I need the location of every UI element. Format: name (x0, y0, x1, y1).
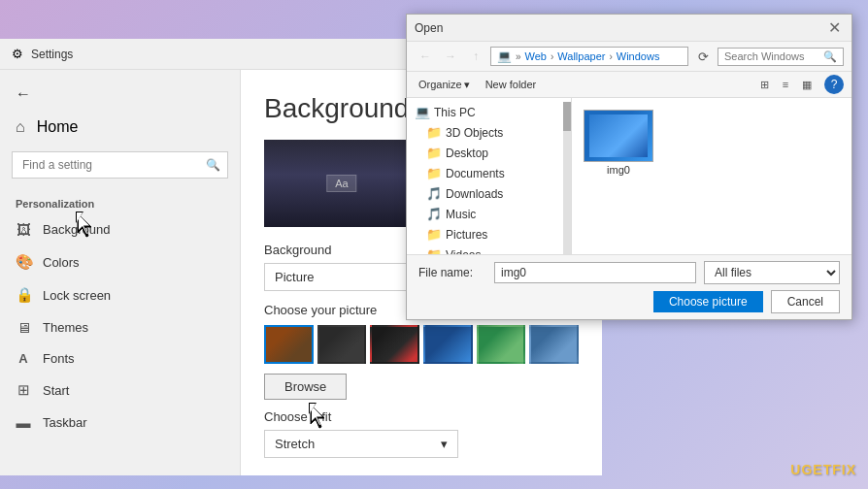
address-bar[interactable]: 💻 » Web › Wallpaper › Windows (490, 47, 688, 66)
colors-icon: 🎨 (16, 253, 31, 271)
back-arrow-icon: ← (16, 85, 31, 103)
picture-grid (264, 325, 579, 364)
sidebar-home-item[interactable]: ⌂ Home (0, 111, 240, 144)
filename-label: File name: (418, 266, 486, 279)
folder-icon: 🎵 (426, 186, 442, 201)
fit-dropdown[interactable]: Stretch ▾ (264, 430, 458, 458)
address-sep-1: » (516, 51, 521, 62)
music-icon: 🎵 (426, 207, 442, 221)
refresh-button[interactable]: ⟳ (692, 46, 714, 67)
sidebar-item-themes[interactable]: 🖥 Themes (0, 311, 240, 343)
folder-icon: 📁 (426, 166, 442, 180)
open-dialog: Open ✕ ← → ↑ 💻 » Web › Wallpaper › Windo… (406, 14, 852, 320)
sidebar-item-taskbar[interactable]: ▬ Taskbar (0, 407, 240, 439)
sidebar-item-lock-screen[interactable]: 🔒 Lock screen (0, 278, 240, 311)
background-icon: 🖼 (16, 221, 31, 238)
sidebar-item-label: Lock screen (43, 288, 111, 303)
dialog-search-input[interactable] (724, 50, 812, 62)
help-button[interactable]: ? (824, 75, 844, 94)
address-windows[interactable]: Windows (617, 50, 660, 62)
browse-button[interactable]: Browse (264, 374, 347, 400)
dialog-body: 💻 This PC 📁 3D Objects 📁 Desktop 📁 Docum… (407, 98, 851, 254)
picture-thumb-1[interactable] (264, 325, 314, 364)
sidebar-section-label: Personalization (0, 186, 240, 213)
watermark-highlight: ET (813, 462, 832, 477)
nav-up-button[interactable]: ↑ (465, 46, 486, 67)
tree-item-documents[interactable]: 📁 Documents (407, 163, 563, 183)
tree-item-3d-objects[interactable]: 📁 3D Objects (407, 122, 563, 143)
picture-thumb-3[interactable] (370, 325, 419, 364)
address-web[interactable]: Web (525, 50, 547, 62)
sidebar-item-label: Background (43, 222, 110, 237)
folder-icon: 📁 (426, 125, 442, 140)
sidebar-item-label: Themes (43, 320, 88, 335)
fit-dropdown-arrow-icon: ▾ (441, 437, 448, 451)
organize-button[interactable]: Organize ▾ (415, 77, 474, 93)
search-icon: 🔍 (206, 158, 220, 172)
choose-picture-button[interactable]: Choose picture (653, 291, 763, 312)
dialog-search-icon: 🔍 (823, 50, 837, 63)
view-btn-3[interactable]: ▦ (797, 75, 817, 94)
picture-thumb-2[interactable] (317, 325, 367, 364)
tree-item-label: Downloads (446, 187, 503, 201)
lock-icon: 🔒 (16, 286, 31, 304)
watermark: UGETFIX (790, 462, 856, 477)
view-buttons: ⊞ ≡ ▦ (754, 75, 817, 94)
view-btn-1[interactable]: ⊞ (754, 75, 774, 94)
address-icon: 💻 (497, 49, 512, 63)
dialog-secondary-toolbar: Organize ▾ New folder ⊞ ≡ ▦ ? (407, 72, 851, 98)
sidebar-item-colors[interactable]: 🎨 Colors (0, 245, 240, 278)
background-value: Picture (275, 270, 314, 284)
tree-item-videos[interactable]: 📁 Videos (407, 244, 563, 254)
start-icon: ⊞ (16, 381, 31, 399)
tree-item-desktop[interactable]: 📁 Desktop (407, 143, 563, 163)
tree-item-downloads[interactable]: 🎵 Downloads (407, 183, 563, 204)
tree-item-pc[interactable]: 💻 This PC (407, 102, 563, 122)
search-input[interactable] (12, 151, 228, 179)
filename-input[interactable] (494, 262, 696, 283)
file-thumb-inner (589, 114, 648, 157)
fit-label: Choose a fit (264, 409, 579, 424)
sidebar-item-background[interactable]: 🖼 Background (0, 213, 240, 245)
dialog-close-button[interactable]: ✕ (824, 18, 844, 38)
sidebar-item-fonts[interactable]: A Fonts (0, 343, 240, 374)
sidebar-item-start[interactable]: ⊞ Start (0, 374, 240, 407)
settings-window-icon: ⚙ (12, 47, 23, 61)
dialog-toolbar: ← → ↑ 💻 » Web › Wallpaper › Windows ⟳ 🔍 (407, 42, 851, 72)
tree-item-label: Music (446, 208, 476, 221)
tree-item-label: 3D Objects (446, 126, 503, 140)
file-item-img0[interactable]: img0 (580, 106, 657, 179)
cancel-button[interactable]: Cancel (771, 290, 840, 313)
tree-item-music[interactable]: 🎵 Music (407, 204, 563, 224)
filetype-select[interactable]: All files (704, 261, 840, 284)
taskbar-icon: ▬ (16, 414, 31, 431)
themes-icon: 🖥 (16, 319, 31, 336)
view-btn-2[interactable]: ≡ (776, 75, 795, 94)
new-folder-button[interactable]: New folder (482, 77, 541, 92)
tree-scrollbar[interactable] (563, 102, 571, 254)
address-wallpaper[interactable]: Wallpaper (557, 50, 605, 62)
sidebar-item-label: Start (43, 383, 69, 398)
sidebar-item-label: Colors (43, 255, 80, 270)
back-button[interactable]: ← (0, 78, 240, 111)
file-label: img0 (607, 164, 630, 176)
picture-thumb-5[interactable] (477, 325, 526, 364)
tree-item-label: Pictures (446, 228, 487, 242)
file-panel: img0 (572, 98, 851, 254)
home-label: Home (37, 118, 79, 136)
nav-back-button[interactable]: ← (415, 46, 436, 67)
tree-item-pictures[interactable]: 📁 Pictures (407, 224, 563, 244)
nav-forward-button[interactable]: → (440, 46, 461, 67)
folder-icon: 📁 (426, 247, 442, 254)
address-sep-3: › (609, 51, 612, 62)
picture-thumb-6[interactable] (529, 325, 579, 364)
dialog-title: Open (415, 21, 443, 35)
picture-thumb-4[interactable] (423, 325, 473, 364)
dialog-titlebar: Open ✕ (407, 15, 851, 42)
tree-item-label: Desktop (446, 147, 488, 160)
tree-panel: 💻 This PC 📁 3D Objects 📁 Desktop 📁 Docum… (407, 98, 572, 254)
folder-icon: 📁 (426, 146, 442, 160)
watermark-suffix: FIX (832, 462, 856, 477)
fonts-icon: A (16, 351, 31, 366)
dialog-search-bar: 🔍 (718, 48, 844, 66)
